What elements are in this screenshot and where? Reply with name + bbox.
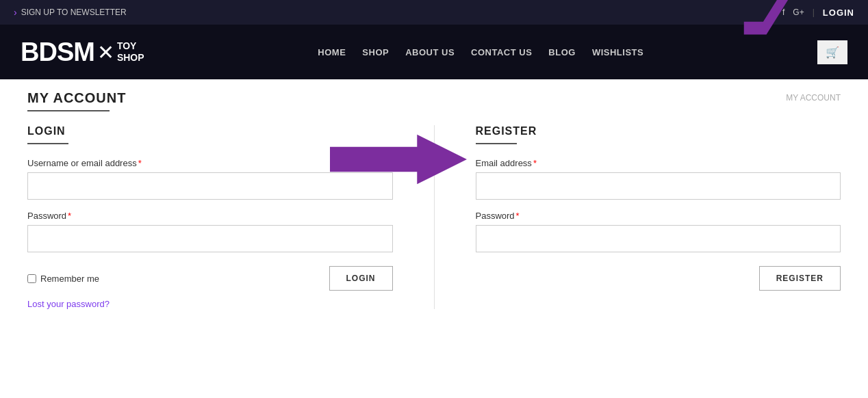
register-actions: REGISTER	[476, 266, 841, 291]
email-input[interactable]	[476, 172, 841, 200]
login-section-title: LOGIN	[27, 125, 393, 137]
remember-me-checkbox[interactable]	[27, 274, 36, 283]
login-password-group: Password*	[27, 211, 393, 252]
lost-password-link[interactable]: Lost your password?	[27, 299, 393, 309]
separator: |	[813, 8, 815, 17]
login-actions: Remember me LOGIN	[27, 266, 393, 291]
main-nav: HOME SHOP ABOUT US CONTACT US BLOG WISHL…	[318, 47, 643, 57]
register-column: REGISTER Email address* Password* REGIST…	[476, 125, 841, 309]
arrow-icon: ›	[14, 7, 17, 18]
breadcrumb: MY ACCOUNT	[786, 93, 841, 103]
register-password-group: Password*	[476, 211, 841, 252]
googleplus-icon[interactable]: G+	[793, 8, 804, 17]
top-bar: › SIGN UP TO NEWSLETTER f G+ | LOGIN	[0, 0, 868, 25]
newsletter-area[interactable]: › SIGN UP TO NEWSLETTER	[14, 7, 127, 18]
main-content: LOGIN Username or email address* Passwor…	[0, 111, 868, 336]
register-button[interactable]: REGISTER	[759, 266, 841, 291]
register-password-label: Password*	[476, 211, 841, 221]
login-password-label: Password*	[27, 211, 393, 221]
register-section-title: REGISTER	[476, 125, 841, 137]
facebook-icon[interactable]: f	[782, 8, 784, 17]
register-password-input[interactable]	[476, 225, 841, 252]
login-button[interactable]: LOGIN	[329, 266, 393, 291]
logo[interactable]: BDSM ✕ TOY SHOP	[21, 38, 144, 67]
logo-x: ✕	[97, 40, 114, 64]
register-underline	[476, 143, 517, 144]
nav-contact[interactable]: CONTACT US	[471, 47, 532, 57]
remember-me-label[interactable]: Remember me	[27, 274, 99, 284]
email-label: Email address*	[476, 158, 841, 168]
login-underline	[27, 143, 68, 144]
username-group: Username or email address*	[27, 158, 393, 200]
page-title-section: MY ACCOUNT	[27, 90, 126, 111]
nav-home[interactable]: HOME	[318, 47, 346, 57]
email-group: Email address*	[476, 158, 841, 200]
breadcrumb-bar: MY ACCOUNT MY ACCOUNT	[0, 79, 868, 111]
nav-wishlists[interactable]: WISHLISTS	[592, 47, 643, 57]
nav-shop[interactable]: SHOP	[362, 47, 389, 57]
page-title: MY ACCOUNT	[27, 90, 126, 106]
logo-bdsm: BDSM	[21, 38, 94, 67]
header: BDSM ✕ TOY SHOP HOME SHOP ABOUT US CONTA…	[0, 25, 868, 79]
cart-button[interactable]: 🛒	[817, 40, 847, 64]
nav-blog[interactable]: BLOG	[548, 47, 576, 57]
top-bar-right: f G+ | LOGIN	[782, 8, 854, 18]
logo-toyshop: TOY SHOP	[117, 40, 144, 64]
newsletter-label[interactable]: SIGN UP TO NEWSLETTER	[21, 8, 127, 17]
nav-about[interactable]: ABOUT US	[405, 47, 455, 57]
column-divider	[434, 125, 435, 309]
username-label: Username or email address*	[27, 158, 393, 168]
username-input[interactable]	[27, 172, 393, 200]
login-link[interactable]: LOGIN	[823, 8, 854, 18]
login-password-input[interactable]	[27, 225, 393, 252]
login-column: LOGIN Username or email address* Passwor…	[27, 125, 393, 309]
